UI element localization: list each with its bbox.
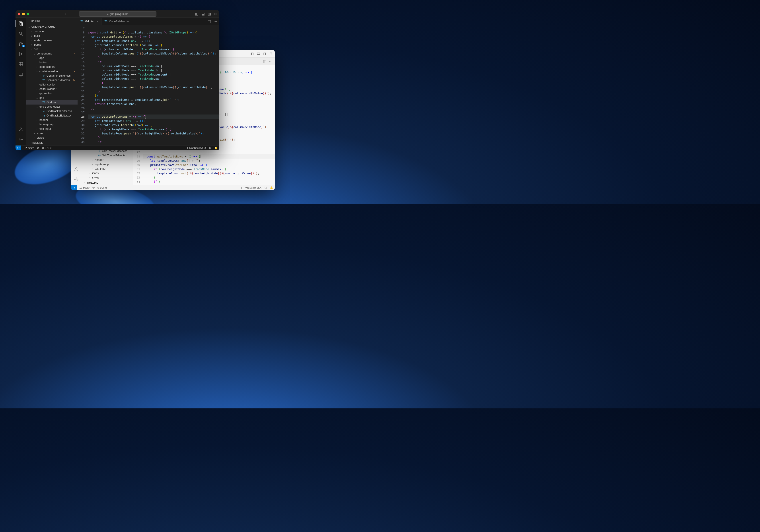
- code-line[interactable]: [143, 150, 275, 155]
- code-line[interactable]: let templateRows: any[] = [];: [88, 119, 219, 123]
- language-mode[interactable]: { } TypeScript JSX: [241, 187, 262, 189]
- tree-folder[interactable]: ›input-group: [26, 122, 77, 127]
- tree-folder[interactable]: ›editor-sidebar: [26, 87, 77, 91]
- maximize-window-button[interactable]: [26, 13, 29, 15]
- layout-sidebar-left-icon[interactable]: ◧: [195, 12, 198, 16]
- tree-folder[interactable]: ›text-input: [26, 127, 77, 131]
- code-line[interactable]: let templateRows: any[] = [];: [143, 158, 275, 163]
- tree-folder[interactable]: ›.vscode: [26, 29, 77, 34]
- code-line[interactable]: templateRows.push(`${row.heightMode}(${r…: [88, 131, 219, 136]
- remote-indicator[interactable]: [16, 146, 21, 150]
- layout-sidebar-left-icon[interactable]: ◧: [250, 52, 254, 56]
- timeline-section-header[interactable]: › TIMELINE: [81, 180, 133, 185]
- problems-indicator[interactable]: ⊘ 0 ⚠ 0: [97, 186, 107, 189]
- sync-icon[interactable]: ⟳: [92, 186, 95, 189]
- code-line[interactable]: gridState.rows.forEach((row) => {: [143, 163, 275, 167]
- activity-explorer[interactable]: [16, 19, 26, 28]
- close-tab-icon[interactable]: ×: [97, 20, 99, 23]
- minimize-window-button[interactable]: [22, 13, 25, 15]
- more-icon[interactable]: ⋯: [72, 20, 75, 22]
- tree-file[interactable]: TSGrid.tsx: [26, 100, 77, 105]
- tree-folder[interactable]: ›code-sidebar: [26, 65, 77, 69]
- code-line[interactable]: let formattedColumns = templateColumns.j…: [88, 98, 219, 102]
- language-mode[interactable]: { } TypeScript JSX: [186, 147, 206, 149]
- code-line[interactable]: };: [88, 106, 219, 110]
- copilot-icon[interactable]: ⌬: [264, 186, 267, 189]
- code-line[interactable]: });: [88, 94, 219, 98]
- branch-indicator[interactable]: ⎇ main*: [24, 147, 34, 150]
- sync-icon[interactable]: ⟳: [37, 147, 39, 150]
- tree-folder[interactable]: ⌄container-editor●: [26, 69, 77, 73]
- tree-folder[interactable]: ›node_modules: [26, 38, 77, 43]
- code-line[interactable]: export const Grid = ({ gridState, classN…: [88, 30, 219, 34]
- code-line[interactable]: let templateColumns: any[] = [];: [88, 39, 219, 43]
- tree-folder[interactable]: ⌄button: [26, 60, 77, 65]
- code-line[interactable]: }: [88, 89, 219, 94]
- activity-account[interactable]: [16, 125, 26, 134]
- code-line[interactable]: column.widthMode === TrackMode.percent |…: [88, 72, 219, 77]
- code-line[interactable]: column.widthMode === TrackMode.fr ||: [88, 68, 219, 72]
- code-line[interactable]: }: [88, 56, 219, 60]
- tree-folder[interactable]: ›build: [26, 34, 77, 38]
- activity-search[interactable]: [16, 29, 26, 38]
- timeline-section-header[interactable]: › TIMELINE: [26, 140, 77, 145]
- code-line[interactable]: if (: [88, 140, 219, 144]
- code-line[interactable]: ) {: [88, 81, 219, 85]
- code-line[interactable]: column.widthMode === TrackMode.px: [88, 77, 219, 81]
- file-tree[interactable]: ›.vscode›build›node_modules›public⌄src⌄c…: [26, 29, 77, 140]
- tree-folder[interactable]: ⌄grid-tracks-editor: [26, 105, 77, 109]
- code-line[interactable]: column.widthMode === TrackMode.em ||: [88, 64, 219, 68]
- activity-account[interactable]: [71, 165, 81, 174]
- tree-folder[interactable]: ›input-group: [81, 162, 133, 166]
- editor-tab[interactable]: TSCodeSidebar.tsx: [102, 18, 132, 25]
- problems-indicator[interactable]: ⊘ 0 ⚠ 0: [42, 147, 51, 150]
- branch-indicator[interactable]: ⎇ main*: [79, 186, 90, 189]
- more-icon[interactable]: ⋯: [214, 19, 217, 23]
- code-content[interactable]: export const Grid = ({ gridState, classN…: [88, 25, 219, 145]
- tree-folder[interactable]: ›text-input: [81, 166, 133, 171]
- tree-folder[interactable]: ›header: [26, 118, 77, 122]
- command-center[interactable]: ⌕ grid-playground: [79, 11, 157, 17]
- layout-panel-icon[interactable]: ⬓: [201, 12, 205, 16]
- tree-folder[interactable]: ›app: [26, 56, 77, 60]
- activity-debug[interactable]: [16, 50, 26, 59]
- tree-file[interactable]: TSGridTracksEditor.tsx: [81, 153, 133, 158]
- copilot-icon[interactable]: ⌬: [209, 147, 212, 150]
- tree-folder[interactable]: ›editor-section: [26, 82, 77, 87]
- code-line[interactable]: if (row.heightMode === TrackMode.minmax)…: [143, 167, 275, 171]
- tree-folder[interactable]: ›styles: [81, 175, 133, 180]
- code-line[interactable]: [88, 110, 219, 114]
- project-section-header[interactable]: ⌄ GRID-PLAYGROUND: [26, 24, 77, 29]
- tree-folder[interactable]: ⌄src: [26, 47, 77, 51]
- tree-folder[interactable]: ›icons: [26, 131, 77, 136]
- activity-scm[interactable]: 1: [16, 39, 26, 48]
- code-line[interactable]: const getTemplateColumns = () => {: [88, 34, 219, 39]
- activity-settings[interactable]: [71, 175, 81, 184]
- code-line[interactable]: if (row.heightMode === TrackMode.minmax)…: [88, 127, 219, 131]
- code-line[interactable]: }: [88, 136, 219, 140]
- code-line[interactable]: }: [143, 175, 275, 180]
- code-line[interactable]: [88, 26, 219, 30]
- tree-file[interactable]: TSContainerEditor.tsxM: [26, 78, 77, 82]
- split-editor-icon[interactable]: ◫: [208, 19, 211, 23]
- activity-extensions[interactable]: [16, 60, 26, 69]
- layout-sidebar-right-icon[interactable]: ◨: [208, 12, 211, 16]
- tree-folder[interactable]: ›gap-editor: [26, 91, 77, 96]
- tree-folder[interactable]: ›header: [81, 158, 133, 162]
- editor-tab[interactable]: TSGrid.tsx×: [77, 18, 102, 25]
- activity-settings[interactable]: [16, 135, 26, 144]
- notifications-icon[interactable]: 🔔: [214, 147, 217, 150]
- close-window-button[interactable]: [18, 13, 21, 15]
- layout-customize-icon[interactable]: ⊞: [270, 52, 272, 56]
- layout-sidebar-right-icon[interactable]: ◨: [263, 52, 266, 56]
- code-line[interactable]: templateColumns.push(`${column.widthMode…: [88, 51, 219, 56]
- split-editor-icon[interactable]: ◫: [263, 59, 266, 63]
- tree-folder[interactable]: ⌄components●: [26, 51, 77, 56]
- tree-folder[interactable]: ›icons: [81, 171, 133, 175]
- tree-folder[interactable]: ⌄grid: [26, 96, 77, 100]
- code-line[interactable]: templateRows.push(`${row.heightMode}(${r…: [143, 171, 275, 175]
- remote-indicator[interactable]: [71, 185, 77, 190]
- notifications-icon[interactable]: 🔔: [270, 186, 273, 189]
- nav-forward-icon[interactable]: →: [71, 12, 74, 16]
- code-line[interactable]: const getTemplateRows = () => {: [143, 155, 275, 158]
